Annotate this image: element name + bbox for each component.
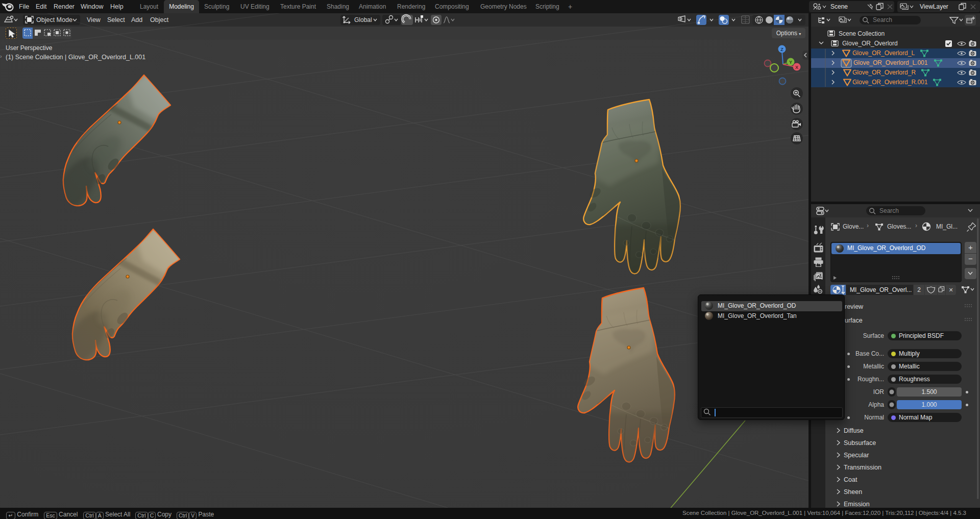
svg-text:Y: Y <box>789 60 792 65</box>
svg-text:Z: Z <box>780 47 783 52</box>
svg-text:X: X <box>795 65 798 70</box>
